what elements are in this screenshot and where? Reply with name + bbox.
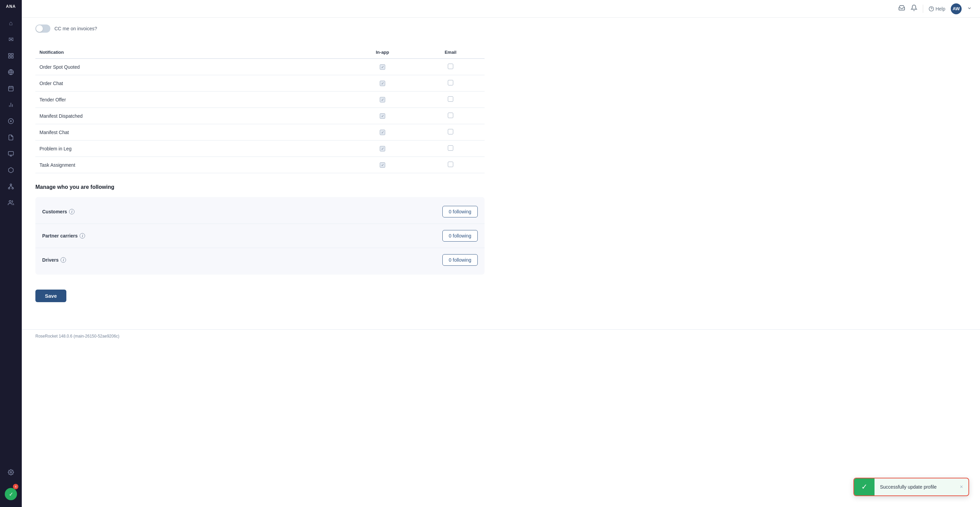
notifications-table: Notification In-app Email Order Spot Quo… (35, 46, 485, 173)
sidebar-item-calendar[interactable] (3, 81, 18, 96)
in-app-checkbox[interactable] (380, 113, 385, 119)
info-icon[interactable]: i (69, 209, 75, 215)
help-link[interactable]: Help (929, 6, 945, 11)
in-app-checkbox[interactable] (380, 64, 385, 70)
table-row: Problem in Leg (35, 140, 485, 157)
user-avatar[interactable]: AW (951, 3, 962, 14)
toast-close-button[interactable]: × (960, 484, 963, 490)
info-icon[interactable]: i (80, 233, 85, 238)
help-label: Help (935, 6, 945, 11)
col-header-notification: Notification (35, 46, 348, 59)
svg-rect-0 (8, 53, 10, 55)
page-content: CC me on invoices? Notification In-app E… (22, 18, 980, 507)
in-app-checkbox[interactable] (380, 146, 385, 151)
cc-toggle[interactable] (35, 24, 50, 33)
cc-label: CC me on invoices? (54, 26, 97, 31)
sidebar-item-cube[interactable] (3, 163, 18, 178)
table-row: Order Chat (35, 75, 485, 92)
email-checkbox[interactable] (448, 113, 453, 118)
svg-point-21 (12, 188, 14, 189)
sidebar-item-orders[interactable] (3, 48, 18, 63)
notif-label: Manifest Chat (35, 124, 348, 140)
info-icon[interactable]: i (60, 257, 66, 263)
email-checkbox[interactable] (448, 129, 453, 134)
svg-rect-6 (8, 86, 13, 91)
toast-notification: ✓ Successfully update profile × (853, 478, 969, 496)
notif-email-cell (417, 108, 485, 124)
svg-rect-3 (11, 57, 13, 58)
toast-message: Successfully update profile (880, 484, 937, 490)
following-row: Partner carriersi0 following (35, 224, 485, 248)
toggle-knob (36, 25, 43, 32)
table-row: Order Spot Quoted (35, 59, 485, 75)
app-logo: ANA (6, 4, 16, 9)
save-button[interactable]: Save (35, 289, 66, 302)
sidebar-item-reports[interactable] (3, 130, 18, 145)
in-app-checkbox[interactable] (380, 130, 385, 135)
in-app-checkbox[interactable] (380, 162, 385, 168)
notif-in-app-cell (348, 124, 417, 140)
sidebar-item-map[interactable] (3, 65, 18, 79)
sidebar-item-network[interactable] (3, 179, 18, 194)
following-label-text: Drivers (42, 257, 59, 263)
email-checkbox[interactable] (448, 80, 453, 86)
col-header-in-app: In-app (348, 46, 417, 59)
check-circle-icon: ✓ (5, 488, 17, 500)
toast-success-icon: ✓ (854, 478, 875, 496)
following-count-button[interactable]: 0 following (442, 254, 478, 266)
main-area: Help AW CC me on invoices? Notification … (22, 0, 980, 507)
notif-label: Order Chat (35, 75, 348, 92)
table-row: Manifest Chat (35, 124, 485, 140)
in-app-checkbox[interactable] (380, 97, 385, 102)
svg-rect-16 (8, 151, 14, 155)
inbox-icon[interactable] (898, 5, 905, 13)
sidebar-item-load[interactable] (3, 146, 18, 161)
svg-line-23 (11, 186, 13, 188)
svg-line-22 (9, 186, 11, 188)
notif-email-cell (417, 92, 485, 108)
email-checkbox[interactable] (448, 96, 453, 102)
notif-in-app-cell (348, 59, 417, 75)
sidebar-item-billing[interactable] (3, 114, 18, 129)
sidebar-item-settings[interactable] (3, 465, 18, 480)
notif-in-app-cell (348, 92, 417, 108)
svg-point-19 (10, 184, 12, 186)
topbar-separator (923, 5, 923, 13)
svg-point-24 (9, 200, 11, 202)
svg-rect-2 (8, 57, 10, 58)
following-label: Driversi (42, 257, 442, 263)
user-menu-chevron[interactable] (967, 5, 972, 12)
svg-point-20 (8, 188, 10, 189)
in-app-checkbox[interactable] (380, 81, 385, 86)
notif-in-app-cell (348, 108, 417, 124)
notif-in-app-cell (348, 75, 417, 92)
svg-point-25 (10, 472, 12, 473)
notif-label: Order Spot Quoted (35, 59, 348, 75)
col-header-email: Email (417, 46, 485, 59)
email-checkbox[interactable] (448, 162, 453, 167)
following-count-button[interactable]: 0 following (442, 230, 478, 242)
following-row: Driversi0 following (35, 248, 485, 272)
notif-email-cell (417, 140, 485, 157)
sidebar-item-analytics[interactable] (3, 97, 18, 112)
sidebar-item-inbox[interactable]: ✉ (3, 32, 18, 47)
email-checkbox[interactable] (448, 64, 453, 69)
green-check-wrapper: ✓ 4 (5, 485, 17, 503)
notif-email-cell (417, 157, 485, 173)
notif-label: Manifest Dispatched (35, 108, 348, 124)
sidebar-item-home[interactable]: ⌂ (3, 16, 18, 31)
notif-label: Problem in Leg (35, 140, 348, 157)
following-count-button[interactable]: 0 following (442, 206, 478, 218)
save-section: Save (35, 283, 485, 309)
bell-icon[interactable] (911, 5, 917, 13)
notif-in-app-cell (348, 157, 417, 173)
toast-body: Successfully update profile × (875, 478, 969, 496)
cc-toggle-row: CC me on invoices? (35, 24, 485, 38)
notif-in-app-cell (348, 140, 417, 157)
email-checkbox[interactable] (448, 145, 453, 151)
following-label: Partner carriersi (42, 233, 442, 238)
sidebar: ANA ⌂ ✉ ✓ 4 (0, 0, 22, 507)
table-row: Manifest Dispatched (35, 108, 485, 124)
sidebar-item-people[interactable] (3, 195, 18, 210)
topbar: Help AW (22, 0, 980, 18)
